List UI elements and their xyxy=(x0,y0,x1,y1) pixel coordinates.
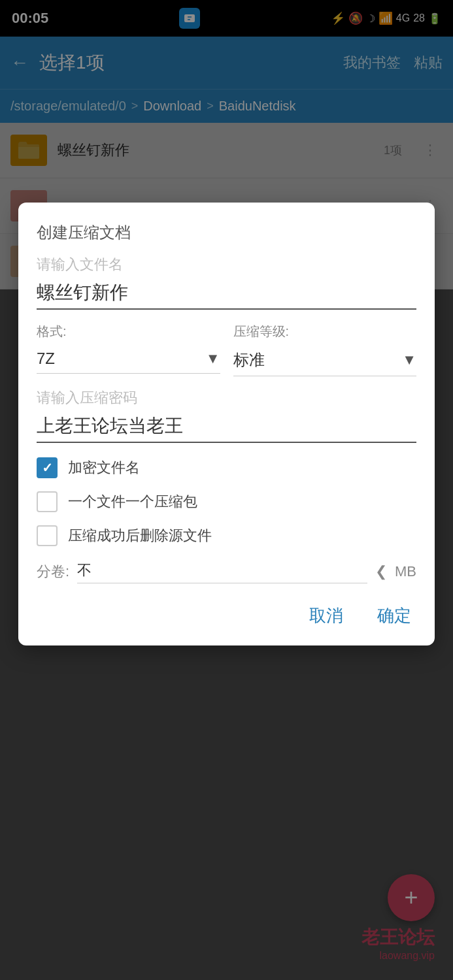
checkbox-encrypt-filename[interactable]: ✓ xyxy=(37,457,58,478)
format-select[interactable]: 7Z ▼ xyxy=(37,344,220,374)
volume-row: 分卷: ❮ MB xyxy=(37,559,416,583)
confirm-button[interactable]: 确定 xyxy=(372,602,416,630)
format-label: 格式: xyxy=(37,323,220,340)
format-level-row: 格式: 7Z ▼ 压缩等级: 标准 ▼ xyxy=(37,323,416,376)
level-arrow-icon: ▼ xyxy=(402,351,416,368)
checkbox-label-2: 一个文件一个压缩包 xyxy=(68,492,197,512)
volume-label: 分卷: xyxy=(37,562,69,581)
level-label: 压缩等级: xyxy=(233,323,417,340)
format-arrow-icon: ▼ xyxy=(206,350,220,367)
filename-input[interactable] xyxy=(37,278,416,310)
checkbox-label-3: 压缩成功后删除源文件 xyxy=(68,526,212,546)
dialog-title: 创建压缩文档 xyxy=(37,222,416,243)
volume-input[interactable] xyxy=(77,559,367,583)
cancel-button[interactable]: 取消 xyxy=(304,602,348,630)
password-input[interactable] xyxy=(37,412,416,443)
check-icon-1: ✓ xyxy=(42,460,53,476)
checkbox-row-2[interactable]: 一个文件一个压缩包 xyxy=(37,491,416,512)
format-col: 格式: 7Z ▼ xyxy=(37,323,220,374)
level-value: 标准 xyxy=(233,350,265,370)
volume-arrow-icon[interactable]: ❮ xyxy=(375,563,387,580)
volume-unit: MB xyxy=(395,563,416,580)
password-placeholder: 请输入压缩密码 xyxy=(37,388,416,408)
create-archive-dialog: 创建压缩文档 请输入文件名 格式: 7Z ▼ 压缩等级: 标准 ▼ 请输入压缩密… xyxy=(18,203,435,645)
checkbox-row-3[interactable]: 压缩成功后删除源文件 xyxy=(37,525,416,546)
checkbox-label-1: 加密文件名 xyxy=(68,458,140,478)
checkbox-delete-source[interactable] xyxy=(37,525,58,546)
format-value: 7Z xyxy=(37,350,55,368)
level-select[interactable]: 标准 ▼ xyxy=(233,344,417,376)
checkbox-one-file-one-zip[interactable] xyxy=(37,491,58,512)
filename-placeholder: 请输入文件名 xyxy=(37,255,416,274)
dialog-actions: 取消 确定 xyxy=(37,602,416,630)
checkbox-row-1[interactable]: ✓ 加密文件名 xyxy=(37,457,416,478)
level-col: 压缩等级: 标准 ▼ xyxy=(233,323,417,376)
